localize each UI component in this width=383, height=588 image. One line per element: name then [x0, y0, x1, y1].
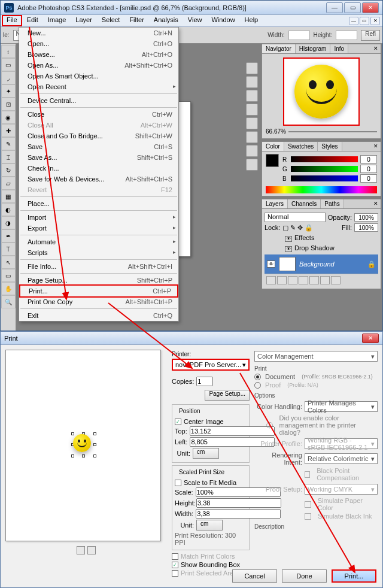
minimize-button[interactable]: —	[326, 2, 343, 13]
crop-tool-icon[interactable]: ⊡	[1, 98, 16, 111]
lasso-tool-icon[interactable]: ◞	[1, 71, 16, 84]
menu-item[interactable]: Browse...Alt+Ctrl+O	[19, 49, 178, 60]
menu-window[interactable]: Window	[206, 15, 239, 26]
zoom-slider[interactable]	[288, 129, 377, 135]
menu-item[interactable]: Print...Ctrl+P	[19, 284, 178, 298]
print-sel-checkbox[interactable]	[172, 570, 178, 577]
doc-close-button[interactable]: ✕	[370, 17, 380, 25]
visibility-icon[interactable]: 👁	[285, 246, 292, 252]
menu-item[interactable]: Print One CopyAlt+Shift+Ctrl+P	[19, 296, 178, 307]
gradient-tool-icon[interactable]: ▦	[1, 190, 16, 203]
b-slider[interactable]	[291, 175, 358, 181]
match-colors-checkbox[interactable]	[172, 553, 178, 560]
copies-input[interactable]	[196, 377, 213, 386]
hue-ramp[interactable]	[266, 186, 377, 193]
shape-tool-icon[interactable]: ▭	[1, 269, 16, 282]
menu-filter[interactable]: Filter	[124, 15, 148, 26]
panel-close-icon[interactable]: ✕	[371, 142, 381, 151]
menu-item[interactable]: File Info...Alt+Shift+Ctrl+I	[19, 261, 178, 272]
panel-close-icon[interactable]: ✕	[371, 199, 381, 208]
path-tool-icon[interactable]: ↖	[1, 256, 16, 269]
visibility-icon[interactable]: 👁	[285, 236, 292, 242]
mask-icon[interactable]	[288, 276, 297, 284]
g-slider[interactable]	[291, 166, 358, 172]
tab-layers[interactable]: Layers	[262, 199, 288, 208]
pen-tool-icon[interactable]: ✒	[1, 229, 16, 243]
blur-tool-icon[interactable]: ◐	[1, 203, 16, 216]
dock-icon[interactable]	[246, 90, 258, 102]
history-tool-icon[interactable]: ↻	[1, 163, 16, 177]
width-input[interactable]	[288, 31, 310, 40]
dock-icon[interactable]	[246, 76, 258, 88]
tab-navigator[interactable]: Navigator	[262, 44, 296, 53]
print-close-button[interactable]: ✕	[362, 334, 379, 343]
unit2-dropdown[interactable]: cm	[196, 520, 223, 531]
dock-icon[interactable]	[246, 131, 258, 143]
tab-styles[interactable]: Styles	[318, 142, 342, 151]
menu-item[interactable]: Check In...	[19, 163, 178, 174]
fill-input[interactable]	[354, 223, 378, 232]
adjustment-icon[interactable]	[299, 276, 308, 284]
proof-setup-dropdown[interactable]: Working CMYK▾	[305, 484, 378, 495]
heal-tool-icon[interactable]: ✚	[1, 124, 16, 137]
menu-item[interactable]: RevertF12	[19, 184, 178, 195]
show-bbox-checkbox[interactable]: ✓	[172, 562, 178, 568]
dock-icon[interactable]	[246, 159, 258, 171]
dock-icon[interactable]	[246, 62, 258, 74]
maximize-button[interactable]: ▭	[344, 2, 361, 13]
wand-tool-icon[interactable]: ✦	[1, 84, 16, 98]
zoom-tool-icon[interactable]: 🔍	[1, 295, 16, 308]
orientation-landscape-icon[interactable]	[87, 546, 96, 554]
hand-tool-icon[interactable]: ✋	[1, 282, 16, 295]
marquee-tool-icon[interactable]: ▭	[1, 58, 16, 71]
g-input[interactable]	[360, 165, 377, 173]
menu-item[interactable]: Open...Ctrl+O	[19, 38, 178, 49]
dock-icon[interactable]	[246, 145, 258, 157]
move-tool-icon[interactable]: ↕	[1, 45, 16, 58]
doc-restore-button[interactable]: ▭	[360, 17, 369, 25]
menu-item[interactable]: Export	[19, 223, 178, 234]
page-setup-button[interactable]: Page Setup...	[205, 390, 250, 401]
close-button[interactable]: ✕	[362, 2, 379, 13]
menu-item[interactable]: Open As...Alt+Shift+Ctrl+O	[19, 60, 178, 71]
menu-image[interactable]: Image	[43, 15, 71, 26]
menu-item[interactable]: Save for Web & Devices...Alt+Shift+Ctrl+…	[19, 174, 178, 184]
menu-item[interactable]: Close and Go To Bridge...Shift+Ctrl+W	[19, 131, 178, 141]
unit-dropdown[interactable]: cm	[193, 448, 219, 459]
menu-item[interactable]: SaveCtrl+S	[19, 141, 178, 152]
cm-dropdown[interactable]: Color Management▾	[254, 351, 378, 362]
menu-item[interactable]: ExitCtrl+Q	[19, 310, 178, 321]
document-radio[interactable]	[254, 374, 261, 380]
menu-help[interactable]: Help	[240, 15, 263, 26]
tab-color[interactable]: Color	[262, 142, 284, 151]
menu-layer[interactable]: Layer	[71, 15, 97, 26]
opacity-input[interactable]	[354, 213, 378, 222]
stamp-tool-icon[interactable]: ⌶	[1, 150, 16, 163]
doc-minimize-button[interactable]: —	[349, 17, 358, 25]
menu-item[interactable]: Scripts	[19, 247, 178, 258]
center-image-checkbox[interactable]: ✓	[175, 419, 181, 425]
menu-analysis[interactable]: Analysis	[149, 15, 183, 26]
menu-view[interactable]: View	[183, 15, 207, 26]
link-icon[interactable]	[266, 276, 276, 284]
eraser-tool-icon[interactable]: ▱	[1, 177, 16, 190]
done-button[interactable]: Done	[282, 569, 327, 583]
dodge-tool-icon[interactable]: ◑	[1, 216, 16, 229]
fx-icon[interactable]	[277, 276, 287, 284]
brush-tool-icon[interactable]: ✎	[1, 137, 16, 150]
folder-icon[interactable]	[309, 276, 319, 284]
dock-icon[interactable]	[246, 117, 258, 129]
rendering-dropdown[interactable]: Relative Colorimetric▾	[305, 453, 378, 464]
r-input[interactable]	[360, 155, 377, 163]
tab-paths[interactable]: Paths	[321, 199, 344, 208]
scale-fit-checkbox[interactable]	[175, 480, 181, 486]
blend-dropdown[interactable]: Normal	[265, 213, 326, 222]
tab-histogram[interactable]: Histogram	[296, 44, 331, 53]
dock-icon[interactable]	[246, 104, 258, 116]
menu-item[interactable]: Device Central...	[19, 95, 178, 106]
menu-item[interactable]: New...Ctrl+N	[19, 28, 178, 38]
menu-item[interactable]: CloseCtrl+W	[19, 109, 178, 120]
navigator-thumbnail[interactable]	[283, 57, 360, 126]
height-input[interactable]	[336, 31, 357, 40]
print-button[interactable]: Print...	[332, 569, 376, 583]
